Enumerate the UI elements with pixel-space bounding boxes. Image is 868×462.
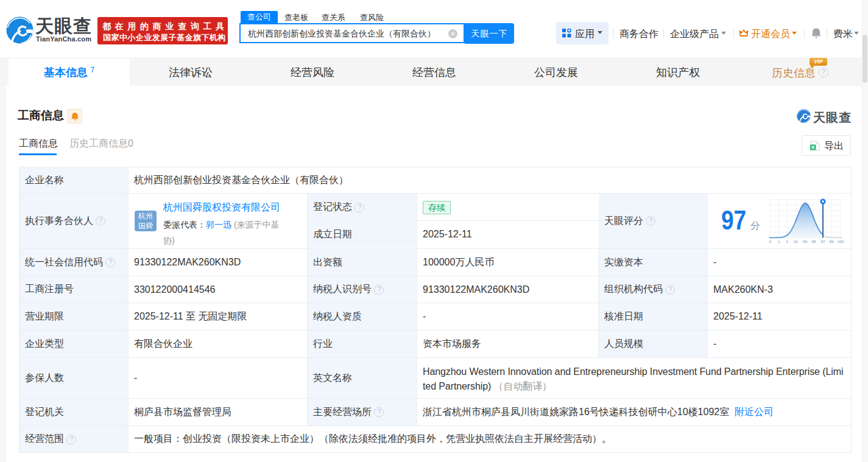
- svg-text:50: 50: [803, 239, 807, 243]
- svg-text:3: 3: [786, 239, 788, 243]
- svg-text:0: 0: [769, 239, 772, 243]
- svg-text:97: 97: [821, 239, 825, 243]
- svg-text:15: 15: [794, 239, 798, 243]
- svg-text:85: 85: [812, 239, 816, 243]
- svg-text:100: 100: [838, 239, 844, 243]
- svg-text:99: 99: [830, 239, 834, 243]
- svg-text:1: 1: [778, 239, 780, 243]
